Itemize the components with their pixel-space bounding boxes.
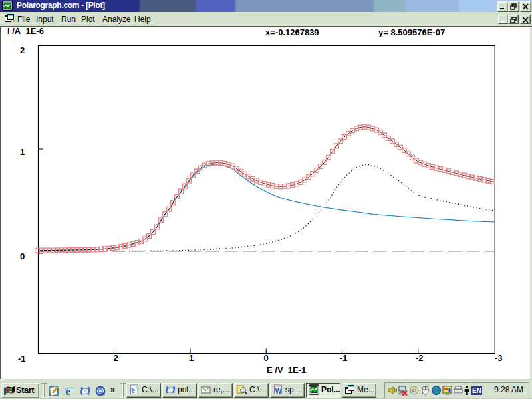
svg-text:e: e — [131, 385, 135, 395]
svg-text:W: W — [275, 388, 282, 395]
